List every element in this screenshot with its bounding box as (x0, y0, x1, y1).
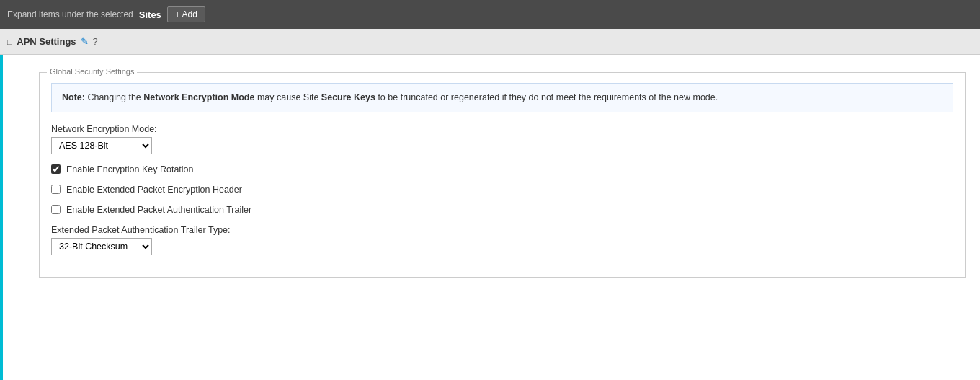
tree-indent (3, 55, 24, 380)
section-title: APN Settings (17, 36, 76, 47)
global-security-settings-group: Global Security Settings Note: Changing … (39, 72, 966, 278)
sites-label: Sites (139, 9, 161, 20)
section-header: □ APN Settings ✎ ? (0, 29, 980, 55)
auth-trailer-type-label: Extended Packet Authentication Trailer T… (51, 225, 953, 235)
checkbox-key-rotation-label: Enable Encryption Key Rotation (66, 164, 194, 174)
auth-trailer-type-field: Extended Packet Authentication Trailer T… (51, 225, 953, 255)
network-encryption-mode-label: Network Encryption Mode: (51, 124, 953, 134)
collapse-icon[interactable]: □ (7, 37, 12, 47)
auth-trailer-type-select[interactable]: 32-Bit Checksum 64-Bit Checksum (51, 238, 152, 255)
checkbox-extended-header[interactable] (51, 185, 61, 194)
checkbox-key-rotation[interactable] (51, 164, 61, 174)
help-icon[interactable]: ? (93, 36, 98, 47)
checkbox-auth-trailer[interactable] (51, 205, 61, 214)
expand-text: Expand items under the selected (7, 9, 133, 19)
checkbox-extended-header-row: Enable Extended Packet Encryption Header (51, 185, 953, 195)
checkbox-key-rotation-row: Enable Encryption Key Rotation (51, 164, 953, 174)
add-button[interactable]: + Add (167, 6, 205, 22)
top-nav: Expand items under the selected Sites + … (0, 0, 980, 29)
network-encryption-mode-select[interactable]: AES 128-Bit AES 256-Bit None (51, 137, 152, 154)
checkbox-extended-header-label: Enable Extended Packet Encryption Header (66, 185, 242, 195)
note-secure-keys: Secure Keys (321, 92, 375, 102)
settings-group-title: Global Security Settings (47, 67, 137, 76)
note-text-note: Note: Changing the Network Encryption Mo… (62, 92, 718, 102)
checkbox-auth-trailer-row: Enable Extended Packet Authentication Tr… (51, 205, 953, 215)
note-end: to be truncated or regenerated if they d… (375, 92, 718, 102)
content-area: Global Security Settings Note: Changing … (24, 55, 980, 380)
note-box: Note: Changing the Network Encryption Mo… (51, 83, 953, 112)
network-encryption-mode-field: Network Encryption Mode: AES 128-Bit AES… (51, 124, 953, 154)
main-content: Global Security Settings Note: Changing … (0, 55, 980, 380)
edit-icon[interactable]: ✎ (81, 36, 89, 47)
checkbox-auth-trailer-label: Enable Extended Packet Authentication Tr… (66, 205, 251, 215)
note-network-encryption-mode: Network Encryption Mode (143, 92, 254, 102)
